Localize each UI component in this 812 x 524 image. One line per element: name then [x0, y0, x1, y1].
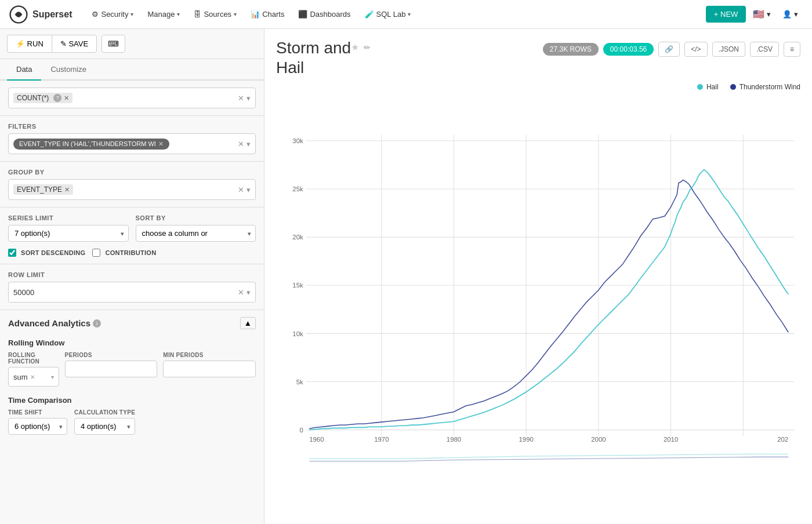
link-button[interactable]: 🔗 [658, 42, 680, 57]
periods-label: PERIODS [65, 352, 158, 358]
groupby-remove-icon[interactable]: ✕ [64, 186, 70, 194]
database-icon: 🗄 [194, 10, 201, 19]
time-comparison-fields: TIME SHIFT 6 option(s) CALCULATION TYPE … [0, 409, 264, 442]
rolling-function-clear-icon[interactable]: ✕ [30, 374, 35, 380]
chevron-down-icon[interactable]: ▾ [246, 94, 251, 103]
sort-descending-checkbox[interactable] [8, 249, 16, 257]
nav-item-security[interactable]: ⚙ Security ▾ [86, 6, 139, 22]
json-button[interactable]: .JSON [712, 42, 745, 57]
svg-text:202: 202 [777, 436, 788, 443]
time-shift-select[interactable]: 6 option(s) [8, 418, 67, 435]
chevron-down-icon: ▾ [767, 10, 771, 19]
svg-text:1990: 1990 [519, 436, 534, 443]
clear-icon[interactable]: ✕ [238, 288, 244, 297]
groupby-input[interactable]: EVENT_TYPE ✕ ✕ ▾ [8, 179, 256, 200]
chevron-down-icon[interactable]: ▾ [246, 288, 251, 297]
chart-legend: Hail Thunderstorm Wind [264, 83, 812, 94]
sort-by-select[interactable]: choose a column or [136, 225, 256, 242]
svg-text:0: 0 [299, 427, 303, 434]
nav-item-manage[interactable]: Manage ▾ [142, 6, 186, 22]
time-shift-field: TIME SHIFT 6 option(s) [8, 409, 67, 435]
svg-text:15k: 15k [292, 282, 303, 289]
svg-text:20k: 20k [292, 234, 303, 241]
metric-input[interactable]: COUNT(*) ? ✕ ✕ ▾ [8, 88, 256, 108]
nav-item-sqllab[interactable]: 🧪 SQL Lab ▾ [359, 6, 417, 22]
groupby-controls: ✕ ▾ [238, 185, 251, 194]
svg-text:25k: 25k [292, 185, 303, 192]
csv-button[interactable]: .CSV [750, 42, 779, 57]
nav-item-dashboards[interactable]: ⬛ Dashboards [292, 6, 356, 22]
tab-customize[interactable]: Customize [41, 59, 95, 81]
metric-controls: ✕ ▾ [238, 94, 251, 103]
filters-section: FILTERS EVENT_TYPE IN ('HAIL','THUNDERST… [0, 116, 264, 161]
clear-icon[interactable]: ✕ [238, 185, 244, 194]
chevron-down-icon[interactable]: ▾ [246, 185, 251, 194]
row-limit-label: ROW LIMIT [8, 271, 256, 278]
contribution-label: CONTRIBUTION [105, 249, 156, 256]
rolling-function-select[interactable]: sum ✕ ▾ [8, 367, 59, 387]
navbar-right: + NEW 🇺🇸 ▾ 👤 ▾ [706, 6, 803, 23]
rolling-function-label: ROLLING FUNCTION [8, 352, 59, 365]
panel-tabs: Data Customize [0, 59, 264, 81]
filter-tag: EVENT_TYPE IN ('HAIL','THUNDERSTORM WI ✕ [13, 139, 169, 150]
tab-data[interactable]: Data [7, 59, 41, 81]
time-shift-wrapper: 6 option(s) [8, 418, 67, 435]
clear-icon[interactable]: ✕ [238, 94, 244, 103]
filter-remove-icon[interactable]: ✕ [158, 140, 164, 148]
series-limit-select[interactable]: 7 option(s) [8, 225, 129, 242]
svg-text:2010: 2010 [664, 436, 678, 443]
periods-input[interactable]: 365 [65, 361, 158, 377]
nav-item-sources[interactable]: 🗄 Sources ▾ [188, 6, 242, 22]
grid-icon: ⬛ [298, 10, 307, 19]
code-button[interactable]: </> [684, 42, 707, 57]
legend-dot-hail [697, 84, 703, 90]
chart-title-icons: ★ ✏ [351, 38, 371, 53]
star-icon[interactable]: ★ [351, 42, 359, 53]
new-button[interactable]: + NEW [706, 6, 746, 23]
row-limit-input[interactable]: 50000 ✕ ▾ [8, 282, 256, 303]
groupby-label: GROUP BY [8, 169, 256, 176]
calculation-type-field: CALCULATION TYPE 4 option(s) [74, 409, 135, 435]
menu-button[interactable]: ≡ [784, 42, 800, 57]
left-panel: ⚡ RUN ✎ SAVE ⌨ Data Customize COUNT(*) ?… [0, 29, 264, 524]
contribution-checkbox[interactable] [92, 249, 100, 257]
bar-chart-icon: 📊 [251, 10, 260, 19]
advanced-analytics-header: Advanced Analytics i ▲ [0, 310, 264, 336]
chart-panel: Storm and Hail ★ ✏ 27.3K ROWS 00:00:03.5… [264, 29, 812, 524]
edit-icon[interactable]: ✏ [364, 43, 371, 52]
save-button[interactable]: ✎ SAVE [52, 35, 97, 53]
svg-text:1970: 1970 [374, 436, 389, 443]
calculation-type-label: CALCULATION TYPE [74, 409, 135, 416]
svg-text:30k: 30k [292, 137, 303, 144]
groupby-tag: EVENT_TYPE ✕ [13, 184, 73, 195]
metric-remove-icon[interactable]: ✕ [64, 94, 69, 102]
min-periods-field: MIN PERIODS 0 [163, 352, 256, 387]
time-badge: 00:00:03.56 [603, 43, 654, 56]
chevron-down-icon[interactable]: ▾ [246, 140, 251, 148]
query-toolbar: ⚡ RUN ✎ SAVE ⌨ [0, 29, 264, 59]
rolling-window-title: Rolling Window [0, 336, 264, 352]
navbar: Superset ⚙ Security ▾ Manage ▾ 🗄 Sources… [0, 0, 812, 29]
nav-item-charts[interactable]: 📊 Charts [245, 6, 290, 22]
chart-title-area: Storm and Hail [276, 38, 351, 77]
chevron-down-icon[interactable]: ▾ [51, 374, 54, 380]
advanced-info-icon[interactable]: i [93, 319, 101, 328]
filters-input[interactable]: EVENT_TYPE IN ('HAIL','THUNDERSTORM WI ✕… [8, 133, 256, 154]
clear-icon[interactable]: ✕ [238, 140, 244, 148]
run-button[interactable]: ⚡ RUN [7, 35, 52, 53]
legend-item-thunderstorm: Thunderstorm Wind [730, 83, 800, 91]
chart-title: Storm and Hail [276, 38, 351, 77]
metric-help-icon[interactable]: ? [53, 94, 61, 102]
advanced-analytics-title: Advanced Analytics [8, 318, 90, 328]
collapse-button[interactable]: ▲ [240, 317, 256, 329]
flask-icon: 🧪 [365, 10, 374, 19]
calculation-type-select[interactable]: 4 option(s) [74, 418, 135, 435]
series-limit-wrapper: 7 option(s) [8, 225, 129, 242]
brand[interactable]: Superset [9, 5, 72, 24]
user-menu[interactable]: 👤 ▾ [778, 8, 803, 21]
min-periods-input[interactable]: 0 [163, 361, 256, 377]
row-limit-controls: ✕ ▾ [238, 288, 251, 297]
nav-menu: ⚙ Security ▾ Manage ▾ 🗄 Sources ▾ 📊 Char… [86, 6, 705, 22]
language-selector[interactable]: 🇺🇸 ▾ [751, 6, 773, 22]
keyboard-button[interactable]: ⌨ [102, 35, 125, 53]
